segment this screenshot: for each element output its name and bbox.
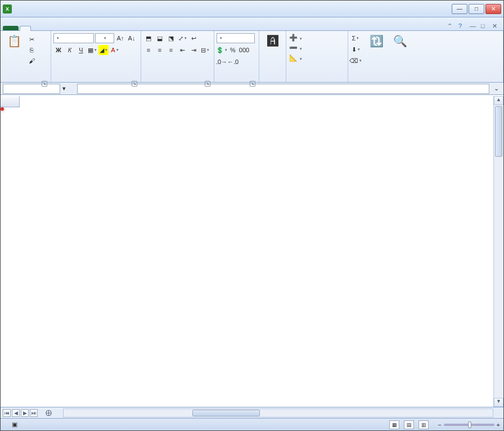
cut-icon[interactable]: ✂: [26, 34, 37, 44]
first-sheet-icon[interactable]: ⏮: [3, 409, 11, 417]
align-center-icon[interactable]: ≡: [155, 45, 165, 55]
align-middle-icon[interactable]: ⬓: [155, 33, 165, 43]
close-button[interactable]: ✕: [485, 4, 501, 14]
format-cells-button[interactable]: [299, 55, 302, 61]
minimize-button[interactable]: —: [452, 4, 467, 14]
paste-button[interactable]: 📋: [3, 32, 25, 51]
prev-sheet-icon[interactable]: ◀: [12, 409, 20, 417]
orientation-icon[interactable]: ⤢: [177, 33, 187, 43]
tab-home[interactable]: [20, 26, 31, 31]
format-painter-icon[interactable]: 🖌: [26, 56, 37, 66]
clipboard-dialog-icon[interactable]: ↘: [42, 81, 47, 87]
group-clipboard-label: ↘: [3, 80, 48, 82]
fill-color-icon[interactable]: ◢: [98, 45, 109, 55]
row-headers[interactable]: [1, 107, 20, 407]
page-break-view-icon[interactable]: ▥: [418, 420, 429, 429]
insert-cells-button[interactable]: [299, 34, 302, 41]
merge-icon[interactable]: ⊟: [200, 45, 210, 55]
group-editing-label: [350, 80, 501, 82]
font-size-dropdown[interactable]: [95, 33, 114, 43]
align-dialog-icon[interactable]: ↘: [205, 81, 210, 87]
new-sheet-icon[interactable]: ⨁: [46, 409, 52, 416]
italic-icon[interactable]: К: [65, 45, 75, 55]
scroll-thumb-v[interactable]: [495, 106, 502, 157]
align-bottom-icon[interactable]: ⬔: [166, 33, 176, 43]
formula-expand-icon[interactable]: ⌄: [492, 85, 501, 92]
sheet-tabs-bar: ⏮ ◀ ▶ ⏭ ⨁: [1, 407, 503, 418]
tab-developer[interactable]: [92, 26, 102, 30]
tab-insert[interactable]: [31, 26, 41, 30]
group-font-label: ↘: [53, 80, 138, 82]
bold-icon[interactable]: Ж: [53, 45, 64, 55]
underline-icon[interactable]: Ч: [76, 45, 86, 55]
align-top-icon[interactable]: ⬒: [143, 33, 154, 43]
last-sheet-icon[interactable]: ⏭: [30, 409, 38, 417]
increase-decimal-icon[interactable]: .0→: [217, 57, 227, 67]
font-color-icon[interactable]: A: [110, 45, 120, 55]
tab-addins[interactable]: [102, 26, 112, 30]
font-dialog-icon[interactable]: ↘: [132, 81, 137, 87]
delete-cells-button[interactable]: [299, 44, 302, 51]
redo-icon[interactable]: [38, 5, 46, 13]
align-right-icon[interactable]: ≡: [166, 45, 176, 55]
tab-foxit[interactable]: [112, 26, 122, 30]
scroll-down-icon[interactable]: ▼: [494, 398, 503, 407]
save-icon[interactable]: [15, 5, 23, 13]
autosum-icon[interactable]: Σ: [350, 33, 361, 43]
normal-view-icon[interactable]: ▦: [389, 420, 399, 429]
tab-abbyy[interactable]: [122, 26, 132, 30]
increase-indent-icon[interactable]: ⇥: [188, 45, 199, 55]
clear-icon[interactable]: ⌫: [350, 56, 361, 66]
increase-font-icon[interactable]: A↑: [115, 33, 125, 43]
tab-layout[interactable]: [41, 26, 51, 30]
next-sheet-icon[interactable]: ▶: [21, 409, 29, 417]
align-left-icon[interactable]: ≡: [143, 45, 154, 55]
tab-review[interactable]: [71, 26, 82, 30]
number-format-dropdown[interactable]: [217, 33, 255, 43]
status-bar: ▣ ▦ ▤ ▥ − +: [1, 418, 503, 430]
zoom-slider[interactable]: [444, 424, 494, 426]
border-icon[interactable]: ▦: [87, 45, 97, 55]
tab-formulas[interactable]: [51, 26, 61, 30]
horizontal-scrollbar[interactable]: [63, 409, 493, 418]
find-select-button[interactable]: 🔍: [389, 32, 411, 51]
sort-filter-icon: 🔃: [368, 33, 384, 49]
zoom-in-icon[interactable]: +: [497, 421, 500, 428]
fill-icon[interactable]: ⬇: [350, 44, 361, 55]
tab-view[interactable]: [82, 26, 92, 30]
window-close-icon[interactable]: ✕: [492, 22, 500, 30]
scroll-thumb-h[interactable]: [192, 410, 260, 416]
tab-file[interactable]: [3, 26, 19, 30]
copy-icon[interactable]: ⎘: [26, 45, 37, 55]
percent-icon[interactable]: %: [228, 45, 238, 55]
vertical-scrollbar[interactable]: ▲ ▼: [493, 96, 503, 407]
comma-icon[interactable]: 000: [239, 45, 249, 55]
decrease-font-icon[interactable]: A↓: [127, 33, 137, 43]
worksheet[interactable]: [1, 96, 503, 407]
sort-filter-button[interactable]: 🔃: [365, 32, 388, 51]
scroll-up-icon[interactable]: ▲: [494, 96, 503, 105]
name-box-dropdown-icon[interactable]: ▾: [62, 85, 66, 92]
name-box[interactable]: [3, 84, 60, 94]
font-name-dropdown[interactable]: [53, 33, 94, 43]
number-dialog-icon[interactable]: ↘: [250, 81, 255, 87]
page-layout-view-icon[interactable]: ▤: [404, 420, 414, 429]
currency-icon[interactable]: 💲: [217, 45, 227, 55]
window-min-icon[interactable]: —: [470, 22, 478, 30]
group-alignment-label: ↘: [143, 80, 212, 82]
zoom-out-icon[interactable]: −: [438, 421, 441, 428]
maximize-button[interactable]: □: [469, 4, 484, 14]
window-restore-icon[interactable]: □: [481, 22, 489, 30]
wrap-text-icon[interactable]: ↩: [188, 33, 199, 43]
qat-more-icon[interactable]: [49, 5, 57, 13]
minimize-ribbon-icon[interactable]: ⌃: [447, 22, 455, 30]
undo-icon[interactable]: [26, 5, 34, 13]
decrease-decimal-icon[interactable]: ←.0: [228, 57, 238, 67]
select-all-corner[interactable]: [1, 96, 20, 107]
formula-input[interactable]: [77, 84, 489, 94]
styles-button[interactable]: 🅰: [262, 32, 284, 51]
help-icon[interactable]: ?: [458, 22, 466, 30]
tab-data[interactable]: [61, 26, 71, 30]
decrease-indent-icon[interactable]: ⇤: [177, 45, 187, 55]
macro-record-icon[interactable]: ▣: [12, 421, 17, 428]
